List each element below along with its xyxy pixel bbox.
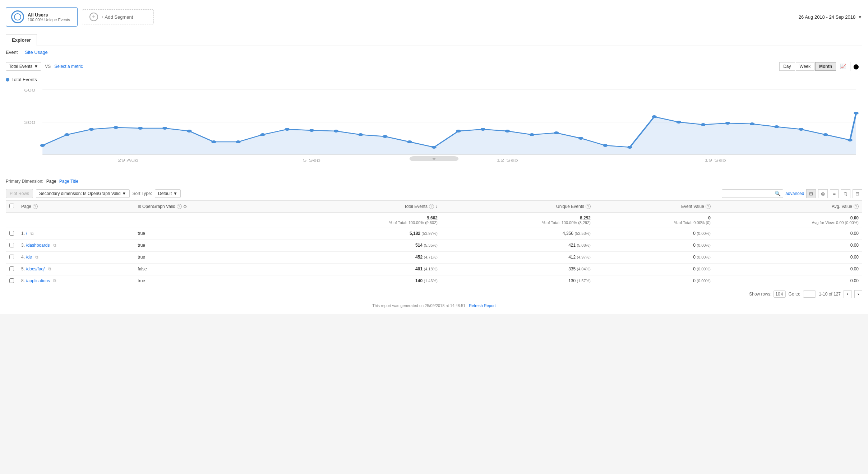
copy-icon[interactable]: ⧉ bbox=[35, 255, 38, 260]
avg-value-cell: 0.00 bbox=[714, 252, 862, 264]
add-segment-label: + Add Segment bbox=[101, 14, 133, 20]
copy-icon[interactable]: ⧉ bbox=[31, 231, 34, 236]
row-checkbox-4[interactable] bbox=[9, 278, 14, 283]
donut-view-button[interactable]: ◎ bbox=[818, 189, 828, 198]
summary-unique-events-pct: % of Total: 100.00% (8,292) bbox=[445, 220, 591, 225]
svg-point-32 bbox=[701, 123, 706, 126]
event-value-cell: 0 (0.00%) bbox=[594, 252, 714, 264]
page-link[interactable]: /de bbox=[26, 255, 32, 260]
toolbar-row: Plot Rows Secondary dimension: Is OpenGr… bbox=[6, 187, 862, 200]
next-page-button[interactable]: › bbox=[854, 290, 862, 298]
metric-row: Total Events ▼ VS Select a metric Day We… bbox=[6, 58, 862, 73]
opengraph-value: true bbox=[134, 275, 288, 287]
svg-point-8 bbox=[114, 126, 119, 129]
refresh-report-link[interactable]: Refresh Report bbox=[469, 303, 496, 308]
user-segment-icon bbox=[11, 10, 24, 23]
unique-events-cell: 335 (4.04%) bbox=[441, 264, 594, 275]
metric-dropdown[interactable]: Total Events ▼ bbox=[6, 62, 41, 71]
svg-point-35 bbox=[774, 125, 779, 128]
add-segment-button[interactable]: + + Add Segment bbox=[82, 9, 154, 24]
avg-value-info-icon[interactable]: ? bbox=[854, 204, 859, 209]
page-dimension-link[interactable]: Page bbox=[46, 179, 56, 184]
th-page-label: Page bbox=[21, 204, 31, 209]
svg-point-7 bbox=[89, 128, 94, 131]
row-checkbox-0[interactable] bbox=[9, 231, 14, 236]
date-range-arrow: ▼ bbox=[858, 14, 862, 20]
vs-label: VS bbox=[45, 64, 51, 69]
svg-point-38 bbox=[848, 139, 853, 141]
row-checkbox-2[interactable] bbox=[9, 255, 14, 259]
day-button[interactable]: Day bbox=[779, 62, 795, 71]
avg-value-cell: 0.00 bbox=[714, 275, 862, 287]
select-all-checkbox[interactable] bbox=[9, 204, 14, 208]
table-row: 1. / ⧉ true 5,182 (53.97%) 4,356 (52.53%… bbox=[6, 228, 862, 240]
tab-explorer[interactable]: Explorer bbox=[6, 34, 37, 46]
month-button[interactable]: Month bbox=[815, 62, 836, 71]
unique-events-cell: 412 (4.97%) bbox=[441, 252, 594, 264]
search-input[interactable] bbox=[724, 191, 775, 196]
unique-events-info-icon[interactable]: ? bbox=[586, 204, 591, 209]
total-events-info-icon[interactable]: ? bbox=[429, 204, 434, 209]
summary-row: 9,602 % of Total: 100.00% (9,602) 8,292 … bbox=[6, 213, 862, 228]
svg-text:600: 600 bbox=[24, 88, 35, 92]
total-events-cell: 140 (1.46%) bbox=[288, 275, 441, 287]
row-num: 3. bbox=[21, 243, 25, 248]
th-unique-events: Unique Events ? bbox=[441, 201, 594, 213]
chart-area: Total Events 600 300 bbox=[6, 73, 862, 175]
event-value-cell: 0 (0.00%) bbox=[594, 240, 714, 252]
sort-type-select[interactable]: Default ▼ bbox=[155, 189, 181, 198]
copy-icon[interactable]: ⧉ bbox=[53, 278, 56, 283]
opengraph-sort-icon[interactable]: ⊙ bbox=[183, 204, 187, 209]
svg-point-30 bbox=[652, 115, 657, 118]
tab-event[interactable]: Event bbox=[6, 50, 18, 55]
page-link[interactable]: /docs/faq/ bbox=[26, 266, 45, 271]
advanced-link[interactable]: advanced bbox=[785, 191, 804, 196]
compare-view-button[interactable]: ≡ bbox=[830, 189, 839, 198]
week-button[interactable]: Week bbox=[796, 62, 814, 71]
rows-per-page-select[interactable]: 10 ⇕ bbox=[774, 291, 785, 298]
row-checkbox-3[interactable] bbox=[9, 266, 14, 271]
event-value-info-icon[interactable]: ? bbox=[706, 204, 711, 209]
sort-type-label: Sort Type: bbox=[133, 191, 152, 196]
main-tabs: Explorer bbox=[6, 31, 862, 46]
svg-point-10 bbox=[162, 127, 167, 130]
copy-icon[interactable]: ⧉ bbox=[53, 243, 56, 248]
th-total-events: Total Events ? ↓ bbox=[288, 201, 441, 213]
summary-unique-events: 8,292 bbox=[445, 215, 591, 220]
pie-chart-button[interactable]: ⬤ bbox=[850, 62, 862, 71]
line-chart-button[interactable]: 📈 bbox=[837, 62, 849, 71]
pivot-view-button[interactable]: ⇅ bbox=[841, 189, 850, 198]
secondary-dimension-label: Secondary dimension: Is OpenGraph Valid bbox=[39, 191, 121, 196]
goto-input[interactable]: 1 bbox=[803, 291, 816, 298]
avg-value-cell: 0.00 bbox=[714, 240, 862, 252]
secondary-dimension-select[interactable]: Secondary dimension: Is OpenGraph Valid … bbox=[36, 189, 129, 198]
sub-tabs: Event Site Usage bbox=[6, 46, 862, 58]
page-link[interactable]: / bbox=[26, 231, 27, 236]
prev-page-button[interactable]: ‹ bbox=[844, 290, 851, 298]
page-info-icon[interactable]: ? bbox=[33, 204, 38, 209]
custom-view-button[interactable]: ⊟ bbox=[853, 189, 862, 198]
total-events-sort-icon[interactable]: ↓ bbox=[435, 204, 438, 209]
total-events-cell: 5,182 (53.97%) bbox=[288, 228, 441, 240]
total-events-cell: 401 (4.18%) bbox=[288, 264, 441, 275]
row-num: 1. bbox=[21, 231, 25, 236]
search-box[interactable]: 🔍 bbox=[722, 189, 783, 198]
grid-view-button[interactable]: ⊞ bbox=[806, 189, 816, 198]
goto-label: Go to: bbox=[789, 292, 800, 297]
table-row: 5. /docs/faq/ ⧉ false 401 (4.18%) 335 (4… bbox=[6, 264, 862, 275]
row-checkbox-1[interactable] bbox=[9, 243, 14, 247]
search-icon[interactable]: 🔍 bbox=[775, 191, 781, 196]
copy-icon[interactable]: ⧉ bbox=[48, 266, 51, 271]
page-title-dimension-link[interactable]: Page Title bbox=[59, 179, 78, 184]
page-link[interactable]: /applications bbox=[26, 278, 50, 283]
show-rows-label: Show rows: bbox=[749, 292, 771, 297]
th-unique-events-label: Unique Events bbox=[556, 204, 584, 209]
plot-rows-button[interactable]: Plot Rows bbox=[6, 189, 33, 198]
event-value-cell: 0 (0.00%) bbox=[594, 275, 714, 287]
opengraph-info-icon[interactable]: ? bbox=[177, 204, 182, 209]
page-link[interactable]: /dashboards bbox=[26, 243, 50, 248]
date-range[interactable]: 26 Aug 2018 - 24 Sep 2018 ▼ bbox=[799, 14, 862, 20]
unique-events-cell: 130 (1.57%) bbox=[441, 275, 594, 287]
tab-site-usage[interactable]: Site Usage bbox=[25, 50, 48, 55]
select-metric-link[interactable]: Select a metric bbox=[54, 64, 83, 69]
